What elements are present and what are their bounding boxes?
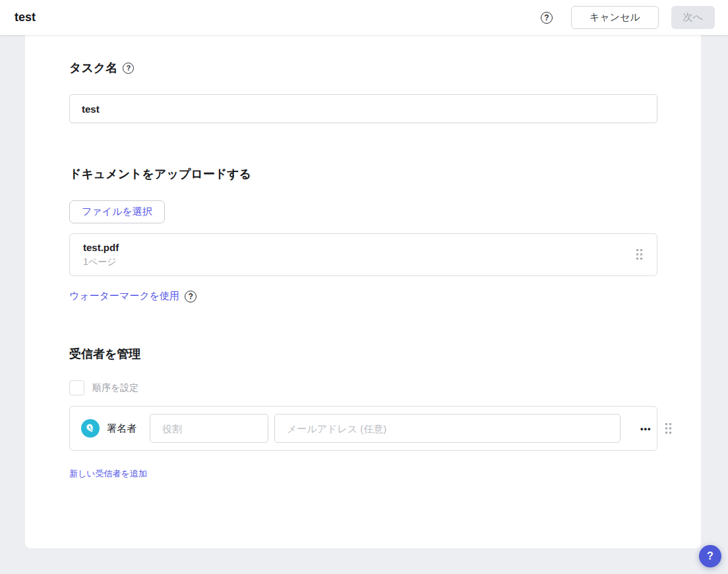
upload-heading-row: ドキュメントをアップロードする xyxy=(69,166,657,182)
watermark-link[interactable]: ウォーターマークを使用 xyxy=(69,290,179,302)
recipient-drag-handle-icon[interactable] xyxy=(663,420,674,437)
file-name: test.pdf xyxy=(83,242,634,253)
recipients-heading: 受信者を管理 xyxy=(69,346,140,362)
select-file-button[interactable]: ファイルを選択 xyxy=(69,200,165,223)
signer-role-label: 署名者 xyxy=(107,422,136,435)
watermark-row: ウォーターマークを使用 ? xyxy=(69,290,657,302)
upload-heading: ドキュメントをアップロードする xyxy=(69,166,251,182)
help-icon[interactable]: ? xyxy=(541,12,553,24)
uploaded-file-card: test.pdf 1ページ xyxy=(69,233,657,276)
recipients-heading-row: 受信者を管理 xyxy=(69,346,657,362)
cancel-button[interactable]: キャンセル xyxy=(571,6,659,29)
add-recipient-link[interactable]: 新しい受信者を追加 xyxy=(69,468,147,480)
next-button[interactable]: 次へ xyxy=(671,6,715,29)
set-order-checkbox[interactable] xyxy=(69,380,84,395)
task-name-input[interactable] xyxy=(69,94,657,123)
role-input[interactable] xyxy=(150,414,268,443)
signer-pen-icon xyxy=(81,419,100,438)
top-bar: test ? キャンセル 次へ xyxy=(0,0,728,35)
task-name-heading: タスク名 xyxy=(69,60,117,76)
recipient-options-icon[interactable]: ••• xyxy=(638,420,654,438)
file-meta: test.pdf 1ページ xyxy=(83,242,634,268)
set-order-row: 順序を設定 xyxy=(69,380,657,395)
set-order-label: 順序を設定 xyxy=(92,382,138,394)
task-name-heading-row: タスク名 ? xyxy=(69,60,657,76)
page: test ? キャンセル 次へ タスク名 ? ドキュメントをアップロードする フ… xyxy=(0,0,728,574)
watermark-help-icon[interactable]: ? xyxy=(185,291,197,302)
task-name-help-icon[interactable]: ? xyxy=(123,63,134,74)
floating-help-button[interactable]: ? xyxy=(699,545,721,567)
page-title: test xyxy=(15,11,36,24)
email-input[interactable] xyxy=(274,414,621,443)
recipient-row: 署名者 ••• xyxy=(69,406,657,451)
drag-handle-icon[interactable] xyxy=(634,246,645,263)
main-card: タスク名 ? ドキュメントをアップロードする ファイルを選択 test.pdf … xyxy=(25,35,701,548)
file-page-count: 1ページ xyxy=(83,256,634,268)
